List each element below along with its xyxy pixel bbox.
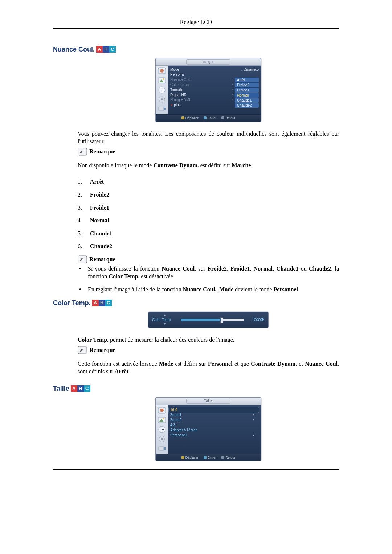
- taille-opt-personnel[interactable]: Personnel►: [170, 433, 259, 438]
- osd-row-plus[interactable]: plus Chaude2: [170, 103, 259, 108]
- osd-foot-move: Déplacer: [181, 116, 199, 120]
- taille-opt-zoom2[interactable]: Zoom2►: [170, 418, 259, 423]
- svg-point-4: [163, 78, 164, 80]
- pill-normal[interactable]: Normal: [235, 93, 259, 98]
- footer-rule: [53, 469, 339, 470]
- osd-row-nneghdmi[interactable]: N.nég HDMI : Chaude1: [170, 98, 259, 103]
- chevron-right-icon: ►: [252, 433, 255, 438]
- osd-row-mode[interactable]: Mode : Dinámico: [170, 67, 259, 72]
- picture-icon: [157, 66, 167, 76]
- osd-row-nuance[interactable]: Nuance Coul. : Arrêt: [170, 77, 259, 82]
- badge-a: A: [96, 46, 103, 53]
- note-icon: [78, 346, 87, 354]
- ahc-badge: A H C: [96, 46, 116, 53]
- badge-h: H: [99, 300, 105, 306]
- svg-point-19: [163, 418, 164, 419]
- ahc-badge: A H C: [71, 385, 90, 392]
- osd-imagen-panel: Imagen: [155, 58, 261, 122]
- nuance-intro: Vous pouvez changer les tonalités. Les c…: [78, 130, 339, 145]
- colortemp-note: Cette fonction est activée lorsque Mode …: [78, 360, 339, 376]
- osd-side-icons: [156, 66, 168, 114]
- taille-opt-4-3[interactable]: 4:3: [170, 423, 259, 428]
- chevron-down-icon: ▼: [152, 322, 177, 326]
- pill-arret[interactable]: Arrêt: [235, 78, 259, 82]
- osd-foot-back: Retour: [221, 455, 235, 460]
- photo-icon: [157, 76, 167, 85]
- slider-thumb[interactable]: [220, 317, 223, 323]
- osd-row-tamano[interactable]: Tamaño : Froide1: [170, 87, 259, 93]
- input-icon: [157, 104, 167, 114]
- note-label: Remarque: [89, 255, 115, 263]
- slider-label: Color Temp.: [152, 317, 177, 323]
- heading-taille-text: Taille: [53, 384, 69, 393]
- badge-c: C: [84, 385, 90, 392]
- ahc-badge: A H C: [92, 300, 112, 306]
- slider-value: 10000K: [247, 317, 265, 323]
- svg-rect-26: [164, 447, 166, 450]
- osd-foot-enter: Entrer: [204, 116, 217, 120]
- list-item: 4.Normal: [78, 217, 339, 225]
- list-item: 3.Froide1: [78, 204, 339, 212]
- list-item: En réglant l'image à l'aide de la foncti…: [78, 286, 339, 294]
- svg-point-16: [160, 409, 164, 412]
- clock-icon: [157, 425, 167, 434]
- note-label: Remarque: [89, 148, 115, 156]
- heading-nuance-coul-text: Nuance Coul.: [53, 45, 95, 54]
- svg-rect-10: [159, 107, 164, 111]
- osd-colortemp-slider[interactable]: ▲ Color Temp. ▼ 10000K: [148, 312, 269, 328]
- pill-chaude2[interactable]: Chaude2: [235, 103, 259, 108]
- svg-point-24: [161, 438, 163, 440]
- osd-imagen-title: Imagen: [156, 58, 261, 66]
- osd-footer: Déplacer Entrer Retour: [156, 114, 261, 121]
- osd-foot-enter: Entrer: [204, 455, 217, 460]
- note-icon: [78, 255, 87, 263]
- badge-h: H: [77, 385, 84, 392]
- osd-row-personal[interactable]: Personal: [170, 72, 259, 77]
- list-item: 1.Arrêt: [78, 178, 339, 186]
- photo-icon: [157, 415, 167, 425]
- chevron-up-icon: ▲: [152, 313, 177, 317]
- osd-row-digitalnr[interactable]: Digital NR : Normal: [170, 93, 259, 98]
- list-item: Si vous définissez la fonction Nuance Co…: [78, 265, 339, 280]
- clock-icon: [157, 85, 167, 95]
- picture-icon: [157, 406, 167, 415]
- pill-froide2[interactable]: Froide2: [235, 83, 259, 87]
- osd-taille-panel: Taille: [155, 397, 261, 461]
- list-item: 6.Chaude2: [78, 242, 339, 250]
- svg-rect-11: [164, 108, 166, 110]
- svg-rect-13: [78, 256, 87, 263]
- gear-icon: [157, 434, 167, 444]
- pill-chaude1[interactable]: Chaude1: [235, 98, 259, 103]
- heading-nuance-coul: Nuance Coul. A H C: [53, 45, 339, 54]
- list-item: 2.Froide2: [78, 191, 339, 199]
- svg-rect-14: [78, 346, 87, 354]
- badge-h: H: [103, 46, 109, 53]
- svg-point-9: [161, 98, 163, 100]
- list-item: 5.Chaude1: [78, 230, 339, 238]
- svg-rect-12: [78, 148, 87, 155]
- osd-taille-title: Taille: [156, 398, 261, 405]
- nuance-options-list: 1.Arrêt 2.Froide2 3.Froide1 4.Normal 5.C…: [78, 178, 339, 250]
- taille-opt-zoom1[interactable]: Zoom1►: [170, 413, 259, 418]
- osd-foot-move: Déplacer: [181, 455, 199, 460]
- nuance-notes-bullets: Si vous définissez la fonction Nuance Co…: [78, 265, 339, 294]
- colortemp-desc: Color Temp. permet de mesurer la chaleur…: [78, 336, 339, 344]
- taille-opt-fit[interactable]: Adapter à l'écran: [170, 428, 259, 433]
- osd-foot-back: Retour: [221, 116, 235, 120]
- page-title: Réglage LCD: [53, 18, 339, 29]
- chevron-right-icon: ►: [252, 413, 255, 418]
- svg-rect-25: [159, 447, 164, 450]
- osd-row-colortemp[interactable]: Color Temp. : Froide2: [170, 82, 259, 87]
- chevron-right-icon: ►: [252, 418, 255, 423]
- input-icon: [157, 444, 167, 453]
- badge-a: A: [71, 385, 77, 392]
- note-block: Remarque: [78, 255, 339, 263]
- slider-track[interactable]: [180, 319, 244, 321]
- heading-color-temp-text: Color Temp.: [53, 299, 91, 307]
- pill-froide1[interactable]: Froide1: [235, 88, 259, 93]
- badge-c: C: [105, 300, 112, 306]
- taille-opt-16-9[interactable]: 16:9: [169, 407, 259, 413]
- note-label: Remarque: [89, 346, 115, 354]
- heading-color-temp: Color Temp. A H C: [53, 299, 339, 307]
- badge-a: A: [92, 300, 99, 306]
